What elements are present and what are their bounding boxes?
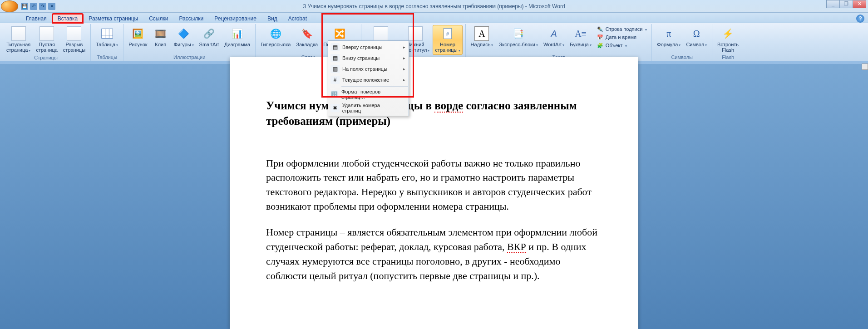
- group-symbols: πФормула ΩСимвол Символы: [652, 24, 712, 61]
- ruler-toggle[interactable]: [862, 64, 868, 70]
- shapes-label: Фигуры: [174, 42, 194, 48]
- quickparts-icon: 📑: [511, 26, 526, 41]
- format-icon: 🔢: [330, 90, 339, 98]
- wordart-icon: A: [547, 26, 561, 41]
- tab-acrobat[interactable]: Acrobat: [283, 14, 312, 23]
- doc-title-word: ворде: [434, 99, 463, 113]
- window-title: 3 Учимся нумеровать страницы в ворде сог…: [303, 3, 565, 10]
- group-label-flash: Flash: [715, 54, 741, 61]
- tab-review[interactable]: Рецензирование: [209, 14, 262, 23]
- menu-format-label: Формат номеров страниц…: [341, 89, 399, 100]
- document-area: Учимся нумеровать страницы в ворде согла…: [0, 64, 868, 329]
- page-break-icon: [67, 26, 81, 41]
- save-icon[interactable]: 💾: [21, 3, 28, 10]
- page-break-button[interactable]: Разрыв страницы: [61, 25, 88, 54]
- signature-label: Строка подписи: [606, 26, 642, 32]
- blank-page-label: Пустая страница: [36, 42, 57, 53]
- margins-icon: ▥: [330, 65, 340, 73]
- clipart-button[interactable]: 🎞️Клип: [151, 25, 171, 49]
- object-icon: 🧩: [597, 42, 604, 49]
- group-pages: Титульная страница Пустая страница Разры…: [1, 24, 91, 61]
- cover-page-button[interactable]: Титульная страница: [4, 25, 33, 55]
- menu-page-margins[interactable]: ▥На полях страницы▸: [329, 64, 408, 74]
- quick-access-toolbar: 💾 ↶ ↷ ▾: [21, 3, 55, 10]
- tab-page-layout[interactable]: Разметка страницы: [83, 14, 143, 23]
- blank-page-icon: [39, 26, 54, 41]
- ribbon-tabs: Главная Вставка Разметка страницы Ссылки…: [0, 13, 868, 23]
- menu-top-label: Вверху страницы: [342, 44, 382, 50]
- tab-home[interactable]: Главная: [20, 14, 52, 23]
- menu-current-position[interactable]: #Текущее положение▸: [329, 74, 408, 85]
- tab-references[interactable]: Ссылки: [143, 14, 173, 23]
- clipart-icon: 🎞️: [153, 26, 168, 41]
- embed-flash-label: Встроить Flash: [717, 42, 739, 53]
- equation-button[interactable]: πФормула: [655, 25, 683, 49]
- signature-icon: ✒️: [597, 25, 604, 33]
- bookmark-button[interactable]: 🔖Закладка: [294, 25, 320, 49]
- menu-bottom-of-page[interactable]: ▤Внизу страницы▸: [329, 53, 408, 64]
- signature-line-button[interactable]: ✒️Строка подписи: [595, 25, 649, 33]
- object-button[interactable]: 🧩Объект: [595, 41, 649, 49]
- menu-remove-numbers[interactable]: ✖Удалить номера страниц: [329, 101, 408, 115]
- menu-top-of-page[interactable]: ▤Вверху страницы▸: [329, 42, 408, 53]
- office-button[interactable]: [1, 0, 18, 12]
- chart-button[interactable]: 📊Диаграмма: [222, 25, 252, 49]
- flash-icon: ⚡: [721, 26, 735, 41]
- page-number-icon: #: [440, 26, 455, 41]
- table-button[interactable]: Таблица: [94, 25, 120, 49]
- textbox-label: Надпись: [471, 42, 493, 48]
- group-illustrations: 🖼️Рисунок 🎞️Клип 🔷Фигуры 🔗SmartArt 📊Диаг…: [123, 24, 256, 61]
- symbol-label: Символ: [686, 42, 707, 48]
- undo-icon[interactable]: ↶: [30, 3, 37, 10]
- tab-mailings[interactable]: Рассылки: [173, 14, 209, 23]
- table-label: Таблица: [96, 42, 118, 48]
- smartart-label: SmartArt: [199, 42, 219, 47]
- smartart-icon: 🔗: [202, 26, 216, 41]
- picture-icon: 🖼️: [131, 26, 145, 41]
- group-label-symbols: Символы: [655, 54, 709, 61]
- wordart-button[interactable]: AWordArt: [541, 25, 567, 49]
- redo-icon[interactable]: ↷: [39, 3, 46, 10]
- hyperlink-label: Гиперссылка: [261, 42, 291, 47]
- top-page-icon: ▤: [330, 43, 340, 51]
- object-label: Объект: [606, 43, 622, 48]
- qat-menu-icon[interactable]: ▾: [48, 3, 55, 10]
- page-number-label: Номер страницы: [435, 42, 460, 54]
- hyperlink-button[interactable]: 🌐Гиперссылка: [258, 25, 293, 49]
- datetime-button[interactable]: 📅Дата и время: [595, 33, 649, 41]
- group-text: AНадпись 📑Экспресс-блоки AWordArt A≡Букв…: [466, 24, 652, 61]
- blank-page-button[interactable]: Пустая страница: [34, 25, 59, 54]
- symbol-button[interactable]: ΩСимвол: [684, 25, 709, 49]
- doc-paragraph-1: При оформлении любой студенческой работы…: [266, 156, 602, 214]
- group-label-pages: Страницы: [4, 55, 88, 61]
- group-tables: Таблица Таблицы: [91, 24, 123, 61]
- menu-format-numbers[interactable]: 🔢Формат номеров страниц…: [329, 88, 408, 101]
- embed-flash-button[interactable]: ⚡Встроить Flash: [715, 25, 741, 54]
- group-label-tables: Таблицы: [94, 54, 120, 61]
- tab-view[interactable]: Вид: [262, 14, 283, 23]
- close-button[interactable]: ✕: [853, 0, 866, 8]
- quickparts-button[interactable]: 📑Экспресс-блоки: [496, 25, 540, 49]
- minimize-button[interactable]: _: [826, 0, 840, 8]
- picture-button[interactable]: 🖼️Рисунок: [126, 25, 150, 49]
- page-icon: [11, 26, 26, 41]
- tab-insert[interactable]: Вставка: [52, 14, 84, 23]
- shapes-button[interactable]: 🔷Фигуры: [172, 25, 196, 49]
- dropcap-button[interactable]: A≡Буквица: [567, 25, 594, 49]
- bottom-page-icon: ▤: [330, 54, 340, 62]
- doc-para2-vkr: ВКР: [507, 241, 526, 253]
- smartart-button[interactable]: 🔗SmartArt: [197, 25, 221, 49]
- pi-icon: π: [661, 26, 676, 41]
- page-break-label: Разрыв страницы: [63, 42, 85, 53]
- title-bar: 💾 ↶ ↷ ▾ 3 Учимся нумеровать страницы в в…: [0, 0, 868, 13]
- table-icon: [100, 26, 114, 41]
- maximize-button[interactable]: ❐: [839, 0, 853, 8]
- bookmark-label: Закладка: [296, 42, 318, 47]
- equation-label: Формула: [657, 42, 681, 48]
- help-icon[interactable]: ?: [856, 15, 864, 23]
- svg-text:#: #: [446, 31, 449, 37]
- page-number-button[interactable]: # Номер страницы: [433, 25, 462, 55]
- textbox-button[interactable]: AНадпись: [469, 25, 496, 49]
- shapes-icon: 🔷: [177, 26, 191, 41]
- dropcap-label: Буквица: [570, 42, 592, 48]
